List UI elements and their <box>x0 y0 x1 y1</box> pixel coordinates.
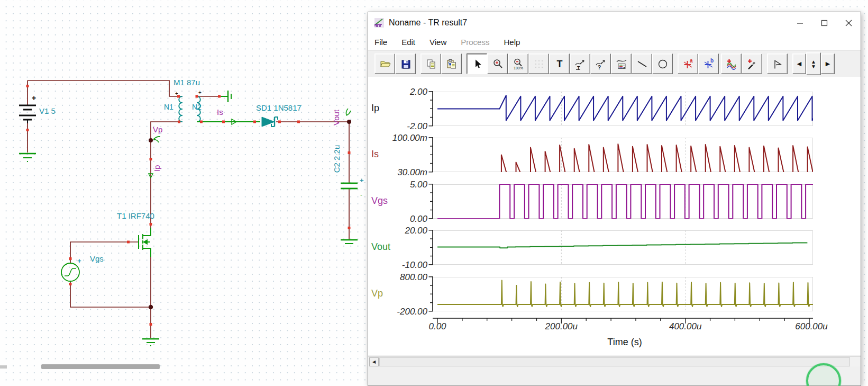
curve-label-button[interactable]: T <box>570 53 590 74</box>
scroll-vertical-button[interactable]: ▲ ▼ <box>806 52 821 75</box>
menu-view[interactable]: View <box>430 38 446 47</box>
cursor-b-button[interactable]: b <box>698 53 719 74</box>
flag-icon <box>775 60 781 68</box>
hscroll-left-button[interactable]: ◀ <box>369 357 379 366</box>
select-cursor-button[interactable] <box>467 53 487 74</box>
label-t1[interactable]: T1 IRF740 <box>117 211 154 220</box>
ytick-max: 5.00 <box>368 179 427 190</box>
component-t1-mosfet[interactable] <box>139 228 151 257</box>
label-vp[interactable]: Vp <box>153 125 162 134</box>
minus-sign: - <box>360 191 362 199</box>
plot-hscrollbar[interactable]: ◀ <box>368 356 861 366</box>
waveform-Ip[interactable] <box>433 92 813 126</box>
editor-hscroll-track[interactable] <box>0 365 7 369</box>
probe-vout-icon[interactable] <box>346 109 351 115</box>
title-bar[interactable]: Noname - TR result7 <box>368 12 861 33</box>
waveform-Vgs[interactable] <box>433 184 813 219</box>
label-vout[interactable]: Vout <box>332 109 341 125</box>
x-tick-label: 400.00u <box>669 321 701 332</box>
marker-button[interactable] <box>767 53 788 74</box>
label-v1[interactable]: V1 5 <box>39 106 56 115</box>
plot-area[interactable]: Ip2.00-2.00Is100.00m30.00mVgs5.000.00Vou… <box>368 77 861 355</box>
zoom-100-button[interactable]: 100% <box>508 53 528 74</box>
paste-button[interactable] <box>441 53 462 74</box>
subplot-Ip: Ip2.00-2.00 <box>368 92 818 126</box>
grid-icon <box>535 60 543 68</box>
add-curves-icon <box>727 59 736 70</box>
component-sd1-diode[interactable] <box>262 117 278 127</box>
plus-sign: + <box>360 176 364 184</box>
line-icon <box>638 61 646 67</box>
component-c2-capacitor[interactable]: + - <box>341 176 364 199</box>
plus-sign: + <box>32 94 36 102</box>
menu-process: Process <box>461 38 489 47</box>
ellipse-tool-button[interactable] <box>652 53 673 74</box>
text-tool-button[interactable]: T <box>549 53 570 74</box>
label-vgs[interactable]: Vgs <box>90 254 104 263</box>
y-axis <box>428 276 433 312</box>
save-button[interactable] <box>395 53 416 74</box>
line-tool-button[interactable] <box>632 53 652 74</box>
menu-file[interactable]: File <box>374 38 387 47</box>
app-icon <box>374 18 384 28</box>
legend-icon <box>617 60 626 62</box>
ytick-min: -200.00 <box>368 307 427 317</box>
left-arrow-icon: ◀ <box>797 60 801 67</box>
close-button[interactable] <box>836 12 861 33</box>
open-button[interactable] <box>374 53 395 74</box>
zoom-in-button[interactable] <box>487 53 508 74</box>
ground-icon <box>142 339 159 346</box>
cursor-a-button[interactable]: a <box>678 53 698 74</box>
probe-vp-icon[interactable] <box>153 137 160 142</box>
tr-result-window: Noname - TR result7 File Edit View Proce… <box>368 12 861 386</box>
label-m1[interactable]: M1 87u <box>173 78 200 87</box>
scroll-right-button[interactable]: ▶ <box>821 53 835 74</box>
node-vout[interactable] <box>347 120 351 124</box>
ground-icon <box>19 154 36 161</box>
waveform-Vout[interactable] <box>433 230 813 265</box>
editor-hscroll-thumb[interactable] <box>41 364 160 369</box>
hscroll-thumb[interactable] <box>379 357 850 366</box>
ellipse-icon <box>659 60 666 68</box>
x-tick-label: 0.00 <box>428 321 446 332</box>
current-probe-is[interactable] <box>197 119 260 124</box>
trace-picker-button[interactable] <box>742 53 762 74</box>
x-axis-title: Time (s) <box>607 337 642 348</box>
schematic-canvas[interactable]: + V1 5 + + M1 87u N1 N2 Is <box>0 0 370 386</box>
component-vgs-source[interactable]: + <box>61 257 81 281</box>
ytick-min: -10.00 <box>368 260 427 271</box>
menu-edit[interactable]: Edit <box>401 38 415 47</box>
ytick-max: 100.00m <box>368 133 427 143</box>
jumper-terminal-icon[interactable] <box>221 91 231 102</box>
y-axis <box>428 184 433 219</box>
waveform-Vp[interactable] <box>433 277 813 311</box>
label-n2: N2 <box>192 103 202 111</box>
waveform-Is[interactable] <box>433 138 813 172</box>
right-arrow-icon: ▶ <box>826 60 830 67</box>
label-is[interactable]: Is <box>217 107 223 116</box>
svg-text:T: T <box>577 65 580 70</box>
subplot-Vp: Vp800.00-200.00 <box>368 277 818 311</box>
legend-button[interactable] <box>611 53 632 74</box>
menu-help[interactable]: Help <box>504 38 520 47</box>
ytick-max: 2.00 <box>368 87 427 97</box>
signal-name: Is <box>371 149 379 160</box>
ground-icon <box>341 240 358 244</box>
node-vp[interactable] <box>149 138 153 142</box>
svg-text:a: a <box>690 58 693 64</box>
ytick-min: -2.00 <box>368 121 427 132</box>
label-ip[interactable]: Ip <box>152 165 161 172</box>
screen: + V1 5 + + M1 87u N1 N2 Is <box>0 0 868 386</box>
label-c2[interactable]: C2 2.2u <box>332 145 341 173</box>
copy-button[interactable] <box>421 53 441 74</box>
eyedropper-icon <box>748 59 755 69</box>
plus-sign: + <box>77 257 81 265</box>
maximize-button[interactable] <box>812 12 836 33</box>
label-sd1[interactable]: SD1 1N5817 <box>256 103 301 112</box>
scroll-left-button[interactable]: ◀ <box>792 53 806 74</box>
add-curves-button[interactable] <box>721 53 742 74</box>
minimize-button[interactable] <box>788 12 812 33</box>
dot-secondary: + <box>198 89 202 95</box>
curve-query-button[interactable]: ? <box>590 53 611 74</box>
wires[interactable] <box>28 80 349 338</box>
